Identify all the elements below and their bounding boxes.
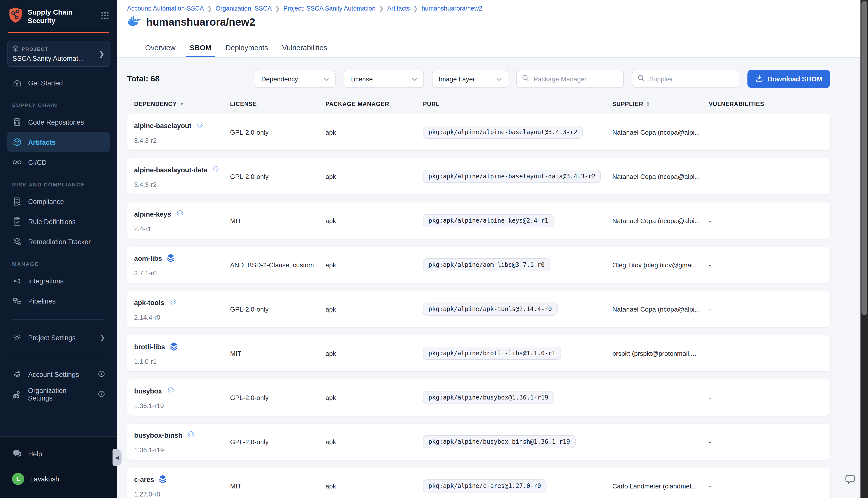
info-icon bbox=[98, 370, 105, 379]
purl-chip[interactable]: pkg:apk/alpine/brotli-libs@1.1.0-r1 bbox=[423, 347, 561, 360]
module-grid-icon[interactable] bbox=[101, 11, 109, 21]
license-filter-dropdown[interactable]: License bbox=[344, 70, 424, 88]
breadcrumb-account-link[interactable]: Account: Automation-SSCA bbox=[127, 5, 204, 12]
vulnerabilities-value: - bbox=[709, 217, 830, 224]
table-row[interactable]: aom-libs 3.7.1-r0 AND, BSD-2-Clause, cus… bbox=[127, 247, 830, 283]
table-row[interactable]: busybox 1.36.1-r19 GPL-2.0-only apk bbox=[127, 379, 830, 416]
table-row[interactable]: alpine-keys 2.4-r1 MIT apk pkg: bbox=[127, 202, 830, 239]
package-manager-value: apk bbox=[325, 173, 423, 180]
table-row[interactable]: alpine-baselayout 3.4.3-r2 GPL-2.0-only … bbox=[127, 114, 830, 150]
dependency-version: 2.4-r1 bbox=[134, 225, 230, 233]
purl-chip[interactable]: pkg:apk/alpine/busybox-binsh@1.36.1-r19 bbox=[423, 435, 576, 448]
column-label: PURL bbox=[423, 101, 440, 107]
purl-chip[interactable]: pkg:apk/alpine/apk-tools@2.14.4-r0 bbox=[423, 302, 557, 316]
sidebar-item-artifacts[interactable]: Artifacts bbox=[7, 132, 110, 152]
table-body: alpine-baselayout 3.4.3-r2 GPL-2.0-only … bbox=[127, 114, 830, 498]
package-manager-search[interactable] bbox=[517, 70, 624, 88]
tab-overview[interactable]: Overview bbox=[145, 40, 176, 57]
image-layer-filter-dropdown[interactable]: Image Layer bbox=[432, 70, 509, 88]
purl-chip[interactable]: pkg:apk/alpine/alpine-keys@2.4-r1 bbox=[423, 214, 554, 227]
tab-vulnerabilities[interactable]: Vulnerabilities bbox=[282, 40, 327, 57]
sidebar-item-compliance[interactable]: Compliance bbox=[7, 192, 110, 212]
clipboard-check-icon bbox=[12, 217, 22, 226]
license-value: GPL-2.0-only bbox=[230, 394, 325, 401]
layers-dashed-icon bbox=[196, 121, 204, 131]
support-chat-icon[interactable] bbox=[845, 474, 856, 487]
sidebar-item-pipelines[interactable]: Pipelines bbox=[7, 291, 110, 311]
table-row[interactable]: alpine-baselayout-data 3.4.3-r2 GPL-2.0-… bbox=[127, 158, 830, 195]
sidebar-item-project-settings[interactable]: Project Settings ❯ bbox=[7, 328, 110, 348]
sidebar-item-organization-settings[interactable]: Organization Settings bbox=[7, 384, 110, 405]
supplier-search[interactable] bbox=[632, 70, 740, 88]
document-search-icon bbox=[12, 197, 22, 206]
dropdown-label: Image Layer bbox=[439, 75, 475, 83]
download-sbom-button[interactable]: Download SBOM bbox=[748, 70, 831, 88]
breadcrumb-separator: ❯ bbox=[275, 5, 280, 12]
dropdown-label: License bbox=[350, 75, 373, 83]
dependency-name: busybox bbox=[134, 388, 162, 395]
tab-sbom[interactable]: SBOM bbox=[190, 40, 212, 57]
purl-chip[interactable]: pkg:apk/alpine/alpine-baselayout-data@3.… bbox=[423, 170, 601, 183]
dependency-name: brotli-libs bbox=[134, 343, 165, 351]
sidebar-item-help[interactable]: ? Help bbox=[7, 444, 110, 464]
column-header-dependency[interactable]: DEPENDENCY ▼ bbox=[134, 101, 230, 107]
sidebar-item-cicd[interactable]: CI/CD bbox=[7, 152, 110, 172]
dependency-filter-dropdown[interactable]: Dependency bbox=[255, 70, 336, 88]
page-scrollbar[interactable] bbox=[860, 0, 868, 498]
supplier-search-input[interactable] bbox=[648, 75, 734, 83]
table-row[interactable]: brotli-libs 1.1.0-r1 MIT apk pk bbox=[127, 335, 830, 371]
sidebar-item-remediation-tracker[interactable]: Remediation Tracker bbox=[7, 232, 110, 252]
user-menu[interactable]: L Lavakush bbox=[7, 469, 110, 489]
sort-both-icon: ▲▼ bbox=[646, 101, 650, 107]
chevron-down-icon bbox=[324, 75, 329, 83]
supply-chain-security-logo-icon bbox=[8, 7, 23, 26]
package-manager-value: apk bbox=[325, 128, 423, 136]
purl-chip[interactable]: pkg:apk/alpine/aom-libs@3.7.1-r0 bbox=[423, 258, 550, 271]
dropdown-label: Dependency bbox=[262, 75, 298, 83]
column-header-supplier[interactable]: SUPPLIER ▲▼ bbox=[612, 101, 709, 107]
sidebar-collapse-handle[interactable]: ◀ bbox=[112, 449, 122, 466]
purl-chip[interactable]: pkg:apk/alpine/busybox@1.36.1-r19 bbox=[423, 391, 554, 404]
sidebar-item-integrations[interactable]: Integrations bbox=[7, 271, 110, 291]
home-icon bbox=[12, 78, 22, 88]
breadcrumb-organization-link[interactable]: Organization: SSCA bbox=[215, 5, 272, 12]
sidebar-item-get-started[interactable]: Get Started bbox=[7, 73, 110, 93]
project-name: SSCA Sanity Automat... bbox=[13, 55, 99, 62]
table-row[interactable]: busybox-binsh 1.36.1-r19 GPL-2.0-only ap… bbox=[127, 424, 830, 460]
dependency-version: 2.14.4-r0 bbox=[134, 314, 230, 321]
sidebar-nav: Get Started SUPPLY CHAIN Code Repositori… bbox=[0, 67, 117, 436]
sidebar-item-rule-definitions[interactable]: Rule Definitions bbox=[7, 212, 110, 232]
vulnerabilities-value: - bbox=[709, 261, 830, 268]
column-label: LICENSE bbox=[230, 101, 257, 107]
package-manager-search-input[interactable] bbox=[533, 75, 618, 83]
cube-icon bbox=[13, 45, 18, 53]
breadcrumb: Account: Automation-SSCA ❯ Organization:… bbox=[127, 5, 860, 12]
dependency-version: 1.36.1-r19 bbox=[134, 402, 230, 409]
tab-deployments[interactable]: Deployments bbox=[226, 40, 268, 57]
table-row[interactable]: c-ares 1.27.0-r0 MIT apk pkg:ap bbox=[127, 468, 830, 498]
purl-chip[interactable]: pkg:apk/alpine/c-ares@1.27.0-r0 bbox=[423, 480, 547, 493]
sidebar-item-label: Rule Definitions bbox=[28, 218, 76, 225]
sidebar-item-code-repositories[interactable]: Code Repositories bbox=[7, 112, 110, 132]
column-header-vulnerabilities: VULNERABILITIES bbox=[709, 101, 830, 107]
infinity-icon bbox=[12, 159, 22, 166]
nav-section-supply-chain: SUPPLY CHAIN bbox=[12, 102, 110, 108]
table-row[interactable]: apk-tools 2.14.4-r0 GPL-2.0-only apk bbox=[127, 291, 830, 327]
sidebar-item-label: Project Settings bbox=[28, 334, 76, 341]
sidebar-item-account-settings[interactable]: Account Settings bbox=[7, 364, 110, 384]
sort-descending-icon: ▼ bbox=[180, 102, 184, 106]
supplier-value: prspkt (prspkt@protonmail.... bbox=[612, 350, 709, 357]
breadcrumb-artifacts-link[interactable]: Artifacts bbox=[387, 5, 410, 12]
layers-gear-icon bbox=[12, 370, 22, 379]
project-selector[interactable]: PROJECT SSCA Sanity Automat... ❯ bbox=[7, 41, 110, 67]
purl-chip[interactable]: pkg:apk/alpine/alpine-baselayout@3.4.3-r… bbox=[423, 126, 583, 139]
sidebar-item-label: Help bbox=[28, 450, 42, 458]
breadcrumb-artifact-name[interactable]: humanshuarora/new2 bbox=[422, 5, 482, 12]
app-title: Supply Chain Security bbox=[28, 8, 96, 25]
purl-cell: pkg:apk/alpine/brotli-libs@1.1.0-r1 bbox=[423, 347, 612, 360]
layers-dashed-icon bbox=[186, 430, 196, 441]
nav-section-manage: MANAGE bbox=[12, 261, 110, 267]
breadcrumb-project-link[interactable]: Project: SSCA Sanity Automation bbox=[283, 5, 375, 12]
scrollbar-thumb[interactable] bbox=[862, 1, 867, 315]
dependency-cell: brotli-libs 1.1.0-r1 bbox=[134, 335, 230, 371]
